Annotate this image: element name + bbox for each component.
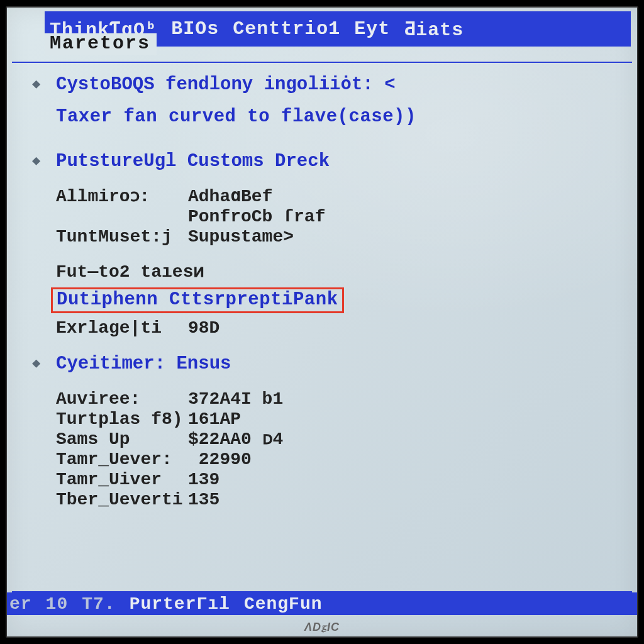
row-key: Tamr_Uever: (56, 451, 188, 469)
section1-header[interactable]: ◆ CystoBOQS fendlony ingoliiȯt: < (32, 75, 625, 94)
section3-row-4[interactable]: Tamr_Uiver 139 (56, 471, 625, 489)
footer-item-1[interactable]: CengFun (244, 594, 323, 614)
row-val: 161AP (188, 411, 241, 428)
section2-row-1: PonfroCb ſraf (56, 208, 625, 226)
row-key: Tber_Ueverti (56, 491, 188, 509)
row-key: Exrlage|ti (56, 319, 188, 337)
section3-title: Cyeitimer: Ensus (56, 355, 231, 373)
row-val: 372A4I b1 (188, 391, 283, 408)
row-key: Allmiroᴐ: (56, 188, 188, 206)
footer-bar: er 10 T7. PurterГıl CengFun (7, 592, 637, 615)
row-val: 22990 (188, 451, 252, 469)
menu-item-2[interactable]: Centtrio1 (233, 18, 340, 40)
active-tab[interactable]: Maretors (45, 33, 157, 55)
footer-left2: 10 (46, 594, 69, 614)
bios-content: ◆ CystoBOQS fendlony ingoliiȯt: < Taxer … (32, 75, 625, 580)
row-key: Sams Up (56, 431, 188, 448)
fut-text: Fut—to2 taıesᴎ (56, 264, 204, 281)
footer-left1: er (9, 594, 32, 614)
section2-exr[interactable]: Exrlage|ti 98D (56, 319, 625, 337)
row-val: 135 (188, 491, 219, 509)
section3-row-2[interactable]: Sams Up $22AA0 ᴅ4 (56, 431, 625, 448)
menu-item-4[interactable]: Ƌiats (404, 18, 464, 41)
section3-row-0[interactable]: Auviree: 372A4I b1 (56, 391, 625, 408)
bios-screen: ThinkƬqOᵇ BIOs Centtrio1 Eyt Ƌiats Maret… (6, 6, 638, 638)
monitor-brand: ΛDᵹIC (304, 621, 340, 634)
row-key: TuntMuset:j (56, 228, 188, 246)
highlighted-option[interactable]: Dutiphenn CttsrpreptiPank (51, 287, 344, 313)
diamond-icon: ◆ (32, 78, 50, 92)
row-key: Tamr_Uiver (56, 471, 188, 489)
diamond-icon: ◆ (32, 155, 50, 169)
row-key: Auviree: (56, 391, 188, 408)
diamond-icon: ◆ (32, 357, 50, 371)
row-val: $22AA0 ᴅ4 (188, 431, 283, 448)
section1-line2[interactable]: Taxer fan curved to flave(case)) (56, 108, 625, 126)
section2-title: PutstureUgl Customs Dreck (56, 152, 330, 170)
divider-top (12, 62, 632, 63)
row-key: Turtplas f8) (56, 411, 188, 428)
section3-row-5[interactable]: Tber_Ueverti 135 (56, 491, 625, 509)
footer-item-0[interactable]: PurterГıl (130, 594, 230, 614)
row-val: PonfroCb ſraf (188, 208, 325, 226)
section1-title: CystoBOQS fendlony ingoliiȯt: < (56, 75, 396, 94)
row-key (56, 208, 188, 226)
section2-row-2[interactable]: TuntMuset:j Supustame> (56, 228, 625, 246)
menu-item-1[interactable]: BIOs (171, 18, 219, 40)
row-val: AdhaɑBef (188, 188, 272, 206)
section2-row-0[interactable]: Allmiroᴐ: AdhaɑBef (56, 188, 625, 206)
section3-header[interactable]: ◆ Cyeitimer: Ensus (32, 355, 625, 373)
section3-row-1[interactable]: Turtplas f8) 161AP (56, 411, 625, 428)
section2-header[interactable]: ◆ PutstureUgl Customs Dreck (32, 152, 625, 170)
row-val: 139 (188, 471, 219, 489)
row-val: Supustame> (188, 228, 294, 246)
section2-fut[interactable]: Fut—to2 taıesᴎ (56, 264, 625, 281)
row-val: 98D (188, 319, 219, 337)
footer-left3: T7. (82, 594, 115, 614)
menu-item-3[interactable]: Eyt (354, 18, 390, 40)
section3-row-3[interactable]: Tamr_Uever: 22990 (56, 451, 625, 469)
